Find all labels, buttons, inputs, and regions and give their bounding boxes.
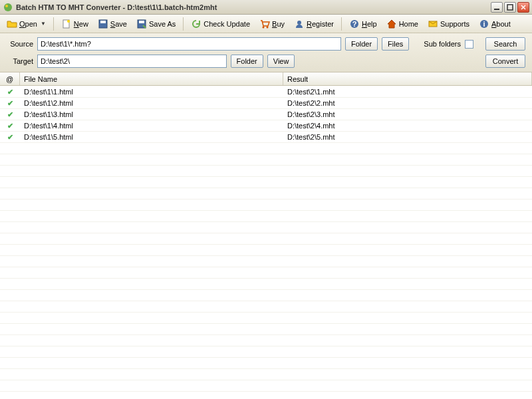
- help-button[interactable]: ? Help: [345, 17, 381, 31]
- svg-rect-7: [100, 21, 106, 23]
- new-file-icon: [61, 19, 72, 29]
- save-label: Save: [110, 20, 127, 28]
- empty-row: [0, 290, 532, 301]
- close-button[interactable]: [517, 2, 529, 13]
- empty-row: [0, 166, 532, 177]
- empty-row: [0, 143, 532, 154]
- window-title: Batch HTM TO MHT Converter - D:\test\1\1…: [16, 3, 491, 11]
- result-cell: D:\test\2\5.mht: [283, 133, 532, 141]
- empty-row: [0, 154, 532, 166]
- check-icon: ✔: [7, 110, 13, 119]
- save-button[interactable]: Save: [94, 17, 131, 31]
- empty-row: [0, 222, 532, 233]
- check-update-button[interactable]: Check Update: [187, 17, 254, 31]
- separator: [53, 17, 54, 31]
- table-row[interactable]: ✔D:\test\1\5.htmlD:\test\2\5.mht: [0, 132, 532, 143]
- convert-button[interactable]: Convert: [485, 55, 525, 68]
- app-icon: [3, 2, 13, 13]
- home-button[interactable]: Home: [382, 17, 422, 31]
- saveas-button[interactable]: Save As: [132, 17, 180, 31]
- target-folder-button[interactable]: Folder: [231, 55, 263, 68]
- target-view-button[interactable]: View: [267, 55, 295, 68]
- source-files-button[interactable]: Files: [382, 37, 409, 51]
- check-icon: ✔: [7, 88, 13, 96]
- empty-row: [0, 233, 532, 245]
- empty-row: [0, 392, 532, 399]
- status-cell: ✔: [0, 99, 20, 108]
- empty-row: [0, 267, 532, 279]
- status-cell: ✔: [0, 88, 20, 96]
- saveas-label: Save As: [149, 20, 176, 28]
- empty-row: [0, 256, 532, 267]
- saveas-icon: [136, 19, 147, 29]
- svg-point-12: [297, 21, 301, 25]
- svg-rect-2: [494, 9, 499, 10]
- new-label: New: [74, 20, 88, 28]
- status-cell: ✔: [0, 122, 20, 130]
- empty-row: [0, 301, 532, 313]
- buy-button[interactable]: Buy: [255, 17, 289, 31]
- empty-row: [0, 380, 532, 392]
- result-cell: D:\test\2\2.mht: [283, 99, 532, 107]
- help-icon: ?: [349, 19, 360, 29]
- svg-point-0: [4, 3, 12, 11]
- result-cell: D:\test\2\1.mht: [283, 88, 532, 96]
- table-row[interactable]: ✔D:\test\1\3.htmlD:\test\2\3.mht: [0, 109, 532, 120]
- help-label: Help: [362, 20, 377, 28]
- search-button[interactable]: Search: [485, 37, 525, 51]
- target-input[interactable]: [37, 55, 227, 68]
- source-folder-button[interactable]: Folder: [345, 37, 378, 51]
- about-label: About: [491, 20, 511, 28]
- empty-row: [0, 346, 532, 358]
- empty-row: [0, 335, 532, 346]
- header-status[interactable]: @: [0, 72, 20, 85]
- empty-row: [0, 369, 532, 380]
- check-icon: ✔: [7, 133, 13, 142]
- supports-button[interactable]: Supports: [424, 17, 473, 31]
- status-cell: ✔: [0, 133, 20, 142]
- svg-rect-9: [139, 21, 144, 23]
- buy-label: Buy: [272, 20, 285, 28]
- subfolders-checkbox[interactable]: [465, 40, 473, 49]
- empty-row: [0, 245, 532, 256]
- empty-row: [0, 211, 532, 222]
- empty-row: [0, 358, 532, 369]
- table-row[interactable]: ✔D:\test\1\2.htmlD:\test\2\2.mht: [0, 98, 532, 109]
- svg-text:i: i: [483, 20, 485, 28]
- paths-panel: Source Folder Files Sub folders Search T…: [0, 33, 532, 72]
- about-button[interactable]: i About: [475, 17, 515, 31]
- register-label: Register: [307, 20, 334, 28]
- register-button[interactable]: Register: [290, 17, 338, 31]
- open-button[interactable]: Open ▼: [3, 17, 50, 31]
- empty-row: [0, 279, 532, 290]
- check-icon: ✔: [7, 99, 13, 108]
- titlebar: Batch HTM TO MHT Converter - D:\test\1\1…: [0, 0, 532, 15]
- filename-cell: D:\test\1\1.html: [20, 88, 283, 96]
- new-button[interactable]: New: [57, 17, 92, 31]
- table-row[interactable]: ✔D:\test\1\4.htmlD:\test\2\4.mht: [0, 120, 532, 132]
- folder-open-icon: [7, 19, 17, 29]
- table-row[interactable]: ✔D:\test\1\1.htmlD:\test\2\1.mht: [0, 86, 532, 98]
- maximize-button[interactable]: [504, 2, 516, 13]
- home-icon: [386, 19, 397, 29]
- target-label: Target: [7, 57, 33, 65]
- minimize-button[interactable]: [491, 2, 503, 13]
- svg-point-5: [67, 20, 70, 23]
- svg-point-1: [5, 5, 8, 7]
- filename-cell: D:\test\1\2.html: [20, 99, 283, 107]
- refresh-icon: [191, 19, 201, 29]
- header-filename[interactable]: File Name: [20, 72, 283, 85]
- separator: [183, 17, 184, 31]
- empty-row: [0, 200, 532, 211]
- filename-cell: D:\test\1\5.html: [20, 133, 283, 141]
- toolbar: Open ▼ New Save Save As Check Update Buy…: [0, 15, 532, 33]
- home-label: Home: [399, 20, 418, 28]
- source-input[interactable]: [37, 37, 341, 51]
- file-list[interactable]: ✔D:\test\1\1.htmlD:\test\2\1.mht✔D:\test…: [0, 86, 532, 399]
- svg-text:?: ?: [352, 20, 357, 28]
- check-icon: ✔: [7, 122, 13, 130]
- dropdown-icon: ▼: [41, 21, 46, 27]
- header-result[interactable]: Result: [283, 72, 532, 85]
- info-icon: i: [479, 19, 489, 29]
- supports-label: Supports: [440, 20, 469, 28]
